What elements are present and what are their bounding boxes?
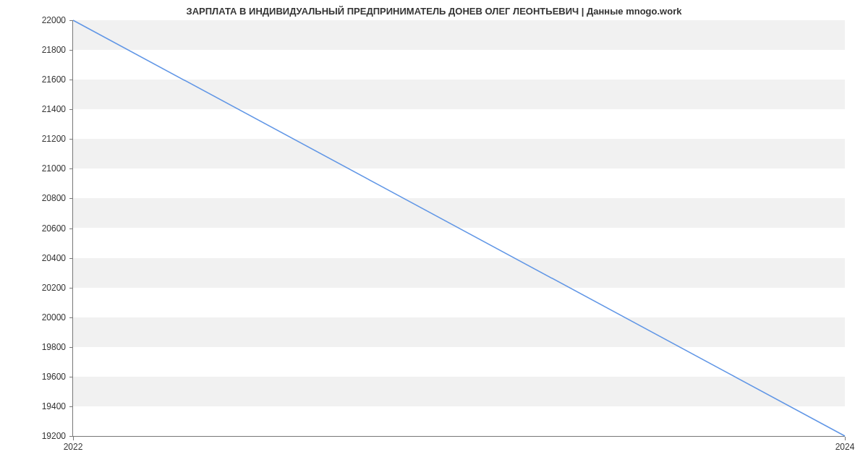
y-tick-label: 21800 [30, 45, 66, 55]
y-tick-mark [69, 139, 73, 140]
y-tick-label: 19400 [30, 401, 66, 411]
y-tick-mark [69, 80, 73, 80]
y-tick-mark [69, 347, 73, 348]
salary-chart: ЗАРПЛАТА В ИНДИВИДУАЛЬНЫЙ ПРЕДПРИНИМАТЕЛ… [0, 0, 868, 470]
y-tick-label: 19200 [30, 431, 66, 441]
y-tick-label: 20200 [30, 283, 66, 293]
y-tick-label: 20600 [30, 223, 66, 234]
y-tick-label: 22000 [30, 15, 66, 25]
y-tick-mark [69, 20, 73, 21]
y-tick-label: 21200 [30, 134, 66, 144]
y-tick-label: 21600 [30, 74, 66, 85]
x-tick-mark [73, 437, 74, 440]
y-tick-label: 19600 [30, 372, 66, 382]
y-tick-mark [69, 198, 73, 199]
y-tick-mark [69, 406, 73, 407]
y-tick-mark [69, 258, 73, 259]
y-tick-mark [69, 228, 73, 229]
y-tick-label: 20000 [30, 312, 66, 322]
x-tick-label: 2022 [55, 442, 91, 452]
y-tick-label: 20800 [30, 193, 66, 203]
y-tick-label: 20400 [30, 253, 66, 263]
y-tick-mark [69, 168, 73, 169]
y-tick-label: 21000 [30, 163, 66, 174]
y-tick-mark [69, 288, 73, 289]
y-tick-label: 19800 [30, 342, 66, 352]
y-tick-label: 21400 [30, 104, 66, 114]
y-tick-mark [69, 50, 73, 51]
x-tick-label: 2024 [827, 442, 863, 452]
y-tick-mark [69, 317, 73, 318]
y-tick-mark [69, 377, 73, 377]
y-tick-mark [69, 109, 73, 110]
chart-title: ЗАРПЛАТА В ИНДИВИДУАЛЬНЫЙ ПРЕДПРИНИМАТЕЛ… [0, 6, 868, 17]
data-line [73, 20, 845, 436]
x-tick-mark [845, 437, 846, 440]
plot-area: 1920019400196001980020000202002040020600… [72, 20, 845, 437]
